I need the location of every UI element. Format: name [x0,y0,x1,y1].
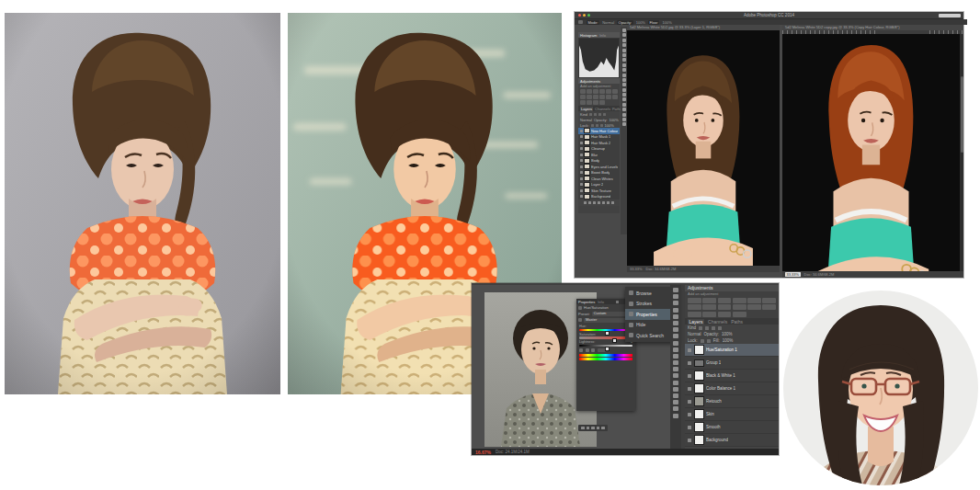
brush-tool-icon[interactable] [622,63,626,67]
layer-thumbnail[interactable] [584,164,590,169]
hue-saturation-icon[interactable] [762,298,776,303]
layer-thumbnail[interactable] [584,128,590,133]
opacity-field[interactable]: 100% [722,332,733,336]
marquee-tool-icon[interactable] [673,294,678,299]
quick-select-tool-icon[interactable] [622,43,626,47]
curves-icon[interactable] [718,298,732,303]
hand-tool-icon[interactable] [622,118,626,121]
visibility-toggle-icon[interactable] [580,189,583,192]
brightness-contrast-icon[interactable] [580,89,586,94]
path-selection-tool-icon[interactable] [673,393,678,398]
history-brush-tool-icon[interactable] [622,74,626,77]
filter-type-icon[interactable] [712,326,715,330]
visibility-toggle-icon[interactable] [580,135,583,138]
history-brush-tool-icon[interactable] [673,348,678,352]
path-selection-tool-icon[interactable] [622,108,626,111]
filter-type-icon[interactable] [598,113,601,116]
blend-mode-dropdown[interactable]: Normal [580,118,592,122]
visibility-toggle-icon[interactable] [580,154,583,156]
visibility-toggle-icon[interactable] [688,439,691,442]
visibility-icon[interactable] [587,427,590,430]
zoom-tool-icon[interactable] [673,414,678,418]
layer-row[interactable]: Background [685,434,779,447]
eyedropper-plus-icon[interactable] [586,348,589,352]
invert-icon[interactable] [762,304,776,310]
crop-tool-icon[interactable] [673,314,678,319]
threshold-icon[interactable] [702,312,716,317]
targeted-adjustment-icon[interactable] [578,318,582,322]
clone-stamp-tool-icon[interactable] [673,341,678,346]
channel-mixer-icon[interactable] [733,304,746,310]
black-white-icon[interactable] [587,95,592,99]
vibrance-icon[interactable] [606,89,611,94]
eyedropper-tool-icon[interactable] [673,321,678,325]
blur-tool-icon[interactable] [622,88,626,92]
filter-adjustment-icon[interactable] [705,326,709,330]
visibility-toggle-icon[interactable] [688,426,691,429]
levels-icon[interactable] [702,298,716,303]
opacity-field[interactable]: 100% [610,118,619,122]
layer-row[interactable]: Group 1 [685,357,779,370]
tab-channels[interactable]: Channels [595,107,610,111]
fill-field[interactable]: 100% [605,123,614,128]
zoom-field[interactable]: 33.33% [630,267,643,271]
layer-thumbnail[interactable] [694,345,704,355]
option-chip[interactable]: 100% [636,20,645,25]
pen-tool-icon[interactable] [673,381,678,385]
option-chip[interactable]: 100% [662,20,671,25]
tab-layers[interactable]: Layers [580,107,593,111]
layer-row[interactable]: Retouch [685,395,779,408]
vertical-scrollbar[interactable] [960,34,963,271]
gradient-tool-icon[interactable] [622,83,626,86]
layer-thumbnail[interactable] [584,176,590,181]
zoom-field[interactable]: 16.67% [475,450,491,455]
move-tool-icon[interactable] [622,28,626,32]
lock-transparency-icon[interactable] [591,124,594,127]
layer-row[interactable]: Color Balance 1 [685,382,779,395]
curves-icon[interactable] [593,89,598,94]
shape-tool-icon[interactable] [673,400,678,405]
active-tool-icon[interactable] [578,20,583,25]
quick-select-tool-icon[interactable] [673,308,678,313]
brush-tool-icon[interactable] [673,334,678,338]
brightness-contrast-icon[interactable] [688,298,701,303]
lasso-tool-icon[interactable] [622,39,626,42]
lock-transparency-icon[interactable] [701,339,704,343]
previous-state-icon[interactable] [591,427,595,430]
eyedropper-icon[interactable] [579,348,583,352]
visibility-toggle-icon[interactable] [688,361,691,365]
fill-field[interactable]: 100% [723,338,734,343]
layer-thumbnail[interactable] [584,152,590,157]
zoom-tool-icon[interactable] [622,122,626,126]
layer-thumbnail[interactable] [584,194,590,199]
filter-pixel-icon[interactable] [699,326,702,330]
visibility-toggle-icon[interactable] [580,183,583,186]
filter-kind-dropdown[interactable]: Kind [580,112,587,117]
shape-tool-icon[interactable] [622,113,626,117]
layer-thumbnail[interactable] [694,409,704,419]
layer-row[interactable]: Black & White 1 [685,370,779,382]
spot-healing-tool-icon[interactable] [673,327,678,332]
channel-mixer-icon[interactable] [599,95,605,99]
hue-saturation-icon[interactable] [612,89,618,94]
black-white-icon[interactable] [702,304,716,310]
clone-stamp-tool-icon[interactable] [622,68,626,72]
exposure-icon[interactable] [599,89,605,94]
visibility-toggle-icon[interactable] [688,387,691,391]
filter-shape-icon[interactable] [718,326,722,330]
histogram-tab[interactable]: Histogram [580,33,597,38]
color-balance-icon[interactable] [580,95,586,99]
eraser-tool-icon[interactable] [673,354,678,359]
layer-thumbnail[interactable] [694,396,704,406]
type-tool-icon[interactable] [673,387,678,392]
layer-thumbnail[interactable] [584,140,590,145]
search-field[interactable] [939,14,961,17]
selective-color-icon[interactable] [593,100,598,105]
filter-shape-icon[interactable] [603,113,606,116]
lock-pixels-icon[interactable] [596,124,598,127]
photo-filter-icon[interactable] [593,95,598,99]
layer-row[interactable]: Smooth [685,421,779,434]
hand-tool-icon[interactable] [673,406,678,411]
canvas-after[interactable] [782,34,960,271]
filter-kind-dropdown[interactable]: Kind [688,325,696,330]
